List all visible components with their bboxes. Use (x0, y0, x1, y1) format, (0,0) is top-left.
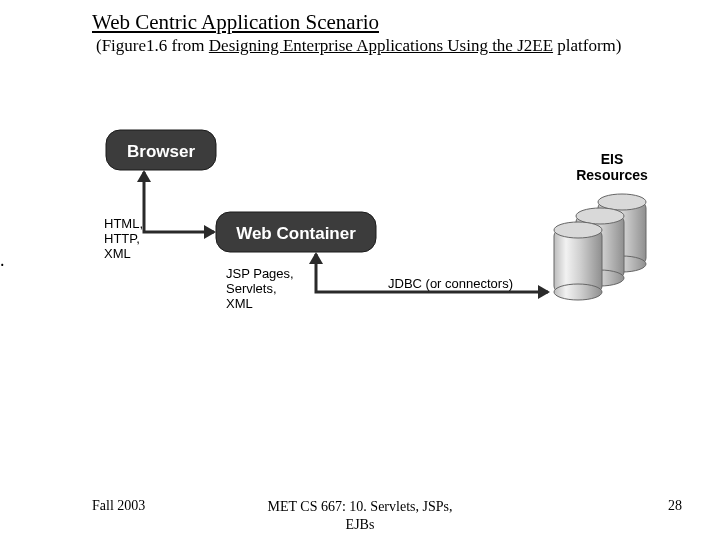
slide: Web Centric Application Scenario (Figure… (0, 0, 720, 540)
caption-link: Designing Enterprise Applications Using … (209, 36, 553, 55)
footer-center-line2: EJBs (346, 517, 375, 532)
page-number: 28 (668, 498, 682, 514)
jdbc-label: JDBC (or connectors) (388, 276, 513, 291)
label: XML (226, 296, 253, 311)
stray-bullet: . (0, 250, 5, 271)
svg-marker-13 (309, 252, 323, 264)
svg-marker-12 (204, 225, 216, 239)
browser-label: Browser (127, 142, 195, 161)
eis-resources: EIS Resources (554, 151, 648, 300)
page-title: Web Centric Application Scenario (92, 10, 379, 35)
label: Servlets, (226, 281, 277, 296)
svg-marker-11 (137, 170, 151, 182)
cylinder-icon (554, 222, 602, 300)
web-container-label: Web Container (236, 224, 356, 243)
eis-label-line2: Resources (576, 167, 648, 183)
web-container-node: Web Container (216, 212, 376, 252)
figure-caption: (Figure1.6 from Designing Enterprise App… (96, 36, 622, 56)
label: JSP Pages, (226, 266, 294, 281)
svg-point-9 (554, 222, 602, 238)
protocol-labels: HTML, HTTP, XML (104, 216, 143, 261)
caption-suffix: platform) (553, 36, 621, 55)
svg-point-6 (576, 208, 624, 224)
footer-center: MET CS 667: 10. Servlets, JSPs, EJBs (0, 498, 720, 533)
svg-point-3 (598, 194, 646, 210)
webtech-labels: JSP Pages, Servlets, XML (226, 266, 294, 311)
svg-rect-8 (554, 230, 602, 292)
svg-point-10 (554, 284, 602, 300)
label: HTML, (104, 216, 143, 231)
browser-node: Browser (106, 130, 216, 170)
architecture-diagram: Browser Web Container EIS Resources (96, 120, 656, 350)
svg-marker-14 (538, 285, 550, 299)
label: XML (104, 246, 131, 261)
caption-prefix: (Figure1.6 from (96, 36, 209, 55)
label: HTTP, (104, 231, 140, 246)
eis-label-line1: EIS (601, 151, 624, 167)
arrow-browser-web (137, 170, 216, 239)
footer-center-line1: MET CS 667: 10. Servlets, JSPs, (268, 499, 453, 514)
